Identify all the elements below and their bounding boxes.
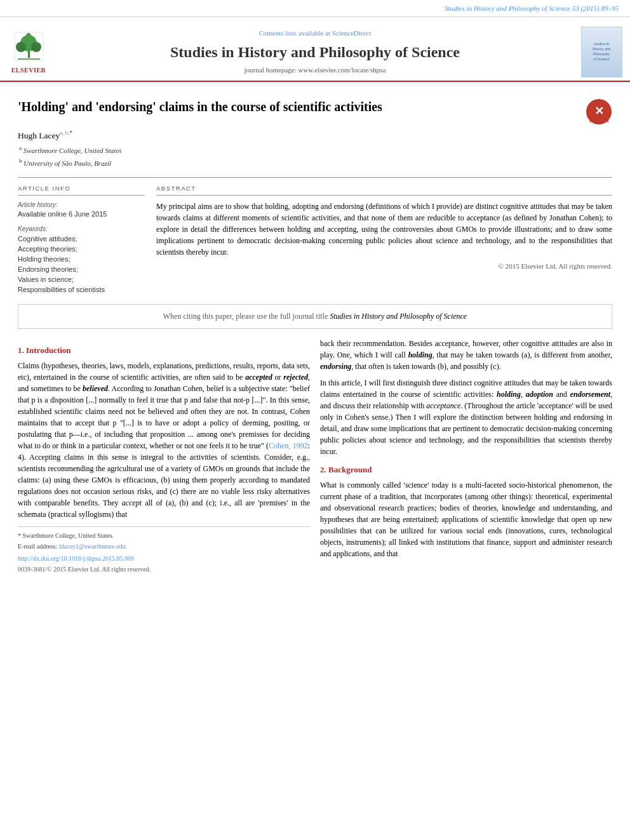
svg-text:✕: ✕ xyxy=(594,105,604,117)
article-history-row: Article history: Available online 6 June… xyxy=(18,201,145,220)
sciencedirect-link[interactable]: ScienceDirect xyxy=(332,29,372,37)
svg-point-6 xyxy=(26,33,31,38)
svg-text:CrossMark: CrossMark xyxy=(589,119,609,123)
journal-reference-bar: Studies in History and Philosophy of Sci… xyxy=(0,0,630,17)
keyword-3: Holding theories; xyxy=(18,255,145,265)
keywords-section: Keywords: Cognitive attitudes; Accepting… xyxy=(18,225,145,295)
doi-link[interactable]: http://dx.doi.org/10.1016/j.shpsa.2015.0… xyxy=(18,554,310,563)
elsevier-tree-icon xyxy=(11,29,46,64)
background-para-1: What is commonly called 'science' today … xyxy=(320,479,612,559)
abstract-paragraph: My principal aims are to show that holdi… xyxy=(156,201,612,258)
journal-homepage: journal homepage: www.elsevier.com/locat… xyxy=(245,65,386,76)
keyword-4: Endorsing theories; xyxy=(18,265,145,275)
keyword-2: Accepting theories; xyxy=(18,244,145,255)
main-right-column: back their recommendation. Besides accep… xyxy=(320,338,612,576)
author-line: Hugh Laceya, b,* xyxy=(18,129,612,142)
journal-reference-text: Studies in History and Philosophy of Sci… xyxy=(445,4,619,12)
journal-thumbnail-area: Studies inHistory andPhilosophyof Scienc… xyxy=(573,23,630,81)
svg-point-4 xyxy=(16,42,26,52)
right-para-1: back their recommendation. Besides accep… xyxy=(320,338,612,372)
intro-paragraph-1: Claims (hypotheses, theories, laws, mode… xyxy=(18,360,310,520)
sciencedirect-line: Contents lists available at ScienceDirec… xyxy=(258,29,371,39)
citation-text: When citing this paper, please use the f… xyxy=(163,312,467,321)
elsevier-name-label: ELSEVIER xyxy=(11,66,46,76)
article-info-column: Article Info Article history: Available … xyxy=(18,184,145,295)
crossmark-icon: ✕ CrossMark xyxy=(586,98,612,125)
email-footnote: E-mail address: hlacey1@swarthmore.edu. xyxy=(18,542,310,551)
right-para-2: In this article, I will first distinguis… xyxy=(320,377,612,457)
journal-header: ELSEVIER Contents lists available at Sci… xyxy=(0,17,630,82)
journal-title: Studies in History and Philosophy of Sci… xyxy=(170,41,460,63)
citation-box: When citing this paper, please use the f… xyxy=(18,304,612,329)
email-label: E-mail address: xyxy=(18,543,57,550)
abstract-text: My principal aims are to show that holdi… xyxy=(156,201,612,258)
keyword-1: Cognitive attitudes; xyxy=(18,234,145,244)
article-info-header: Article Info xyxy=(18,184,145,196)
author-sup: a, b, xyxy=(60,130,69,136)
email-link[interactable]: hlacey1@swarthmore.edu. xyxy=(59,543,127,550)
footnote-area: * Swarthmore College, United States. E-m… xyxy=(18,526,310,574)
journal-thumbnail: Studies inHistory andPhilosophyof Scienc… xyxy=(581,27,622,77)
svg-point-5 xyxy=(31,42,41,52)
history-label: Article history: xyxy=(18,201,145,210)
affiliation-a: a Swarthmore College, United States xyxy=(19,144,612,156)
background-section-title: 2. Background xyxy=(320,463,612,476)
article-body: 'Holding' and 'endorsing' claims in the … xyxy=(0,82,630,575)
abstract-header: Abstract xyxy=(156,184,612,196)
intro-section-title: 1. Introduction xyxy=(18,344,310,357)
abstract-column: Abstract My principal aims are to show t… xyxy=(156,184,612,295)
citation-journal-title: Studies in History and Philosophy of Sci… xyxy=(330,312,467,321)
elsevier-logo-area: ELSEVIER xyxy=(0,23,57,81)
affiliation-b: b University of São Paulo, Brazil xyxy=(19,157,612,169)
keywords-label: Keywords: xyxy=(18,225,145,234)
contents-label: Contents lists available at xyxy=(258,29,330,37)
keyword-6: Responsibilities of scientists xyxy=(18,285,145,295)
author-name: Hugh Lacey xyxy=(18,130,60,140)
main-content-columns: 1. Introduction Claims (hypotheses, theo… xyxy=(18,338,612,576)
footer-rights: 0039-3681/© 2015 Elsevier Ltd. All right… xyxy=(18,564,310,574)
journal-title-area: Contents lists available at ScienceDirec… xyxy=(57,23,573,81)
article-title: 'Holding' and 'endorsing' claims in the … xyxy=(18,98,579,115)
keyword-5: Values in science; xyxy=(18,275,145,285)
available-online: Available online 6 June 2015 xyxy=(18,210,145,220)
main-left-column: 1. Introduction Claims (hypotheses, theo… xyxy=(18,338,310,576)
copyright-line: © 2015 Elsevier Ltd. All rights reserved… xyxy=(156,262,612,272)
author-star: * xyxy=(70,130,73,136)
info-abstract-section: Article Info Article history: Available … xyxy=(18,177,612,295)
elsevier-logo: ELSEVIER xyxy=(11,29,46,76)
article-title-row: 'Holding' and 'endorsing' claims in the … xyxy=(18,98,612,125)
star-footnote: * Swarthmore College, United States. xyxy=(18,531,310,540)
